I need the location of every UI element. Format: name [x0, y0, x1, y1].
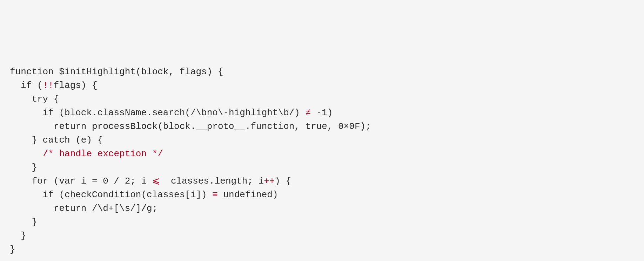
code-line-14: }	[10, 243, 634, 256]
operator-lte: ⩽	[152, 176, 160, 186]
operator-not-equal: ≠	[306, 108, 311, 118]
code-line-11: return /\d+[\s/]/g;	[10, 202, 634, 215]
code-block: function $initHighlight(block, flags) { …	[10, 65, 634, 256]
code-line-1: function $initHighlight(block, flags) {	[10, 65, 634, 79]
operator-increment: ++	[264, 176, 275, 186]
code-line-8: }	[10, 161, 634, 174]
code-text: -1)	[311, 108, 333, 118]
operator-triple-equal: ≡	[212, 190, 218, 200]
code-line-10: if (checkCondition(classes[i]) ≡ undefin…	[10, 188, 634, 202]
code-text: ) {	[275, 176, 291, 186]
code-text: classes.length; i	[160, 176, 264, 186]
code-line-9: for (var i = 0 / 2; i ⩽ classes.length; …	[10, 174, 634, 188]
code-line-5: return processBlock(block.__proto__.func…	[10, 120, 634, 133]
code-text: flags) {	[54, 80, 98, 91]
code-line-12: }	[10, 215, 634, 229]
code-text: if (block.className.search(/\bno\-highli…	[10, 108, 306, 118]
code-text: undefined)	[218, 190, 278, 200]
code-line-6: } catch (e) {	[10, 133, 634, 147]
code-text: for (var i = 0 / 2; i	[10, 176, 152, 186]
code-line-3: try {	[10, 92, 634, 106]
code-line-2: if (!!flags) {	[10, 79, 634, 92]
comment: /* handle exception */	[43, 149, 163, 159]
code-text	[10, 149, 43, 159]
code-text: if (checkCondition(classes[i])	[10, 190, 212, 200]
code-line-7: /* handle exception */	[10, 147, 634, 161]
code-text: if (	[10, 80, 43, 91]
code-line-13: }	[10, 229, 634, 243]
operator-not-not: !!	[43, 80, 54, 91]
code-line-4: if (block.className.search(/\bno\-highli…	[10, 106, 634, 120]
